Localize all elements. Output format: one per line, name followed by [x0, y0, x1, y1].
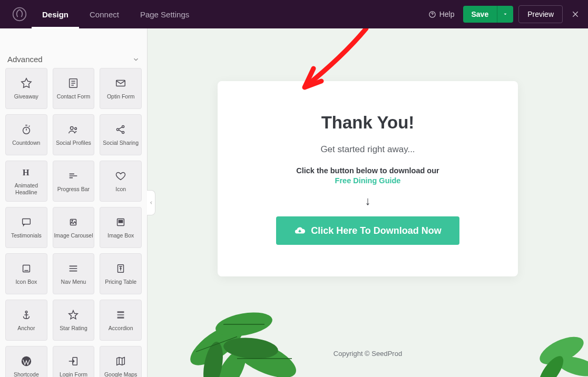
svg-point-5 [23, 127, 30, 134]
block-shortcode[interactable]: Shortcode [5, 346, 47, 377]
block-progress-bar[interactable]: Progress Bar [53, 161, 95, 202]
svg-marker-2 [22, 78, 31, 87]
section-header-label: Advanced [7, 55, 43, 64]
block-giveaway[interactable]: Giveaway [5, 68, 47, 109]
block-label: Testimonials [11, 232, 42, 239]
save-button-group: Save [463, 6, 514, 23]
block-label: Login Form [60, 371, 87, 377]
arrow-down-icon: ↓ [233, 194, 502, 208]
help-label: Help [439, 10, 455, 18]
block-accordion[interactable]: Accordion [100, 300, 142, 341]
preview-button[interactable]: Preview [518, 5, 563, 23]
close-button[interactable] [570, 9, 581, 19]
svg-rect-4 [116, 80, 125, 86]
block-image-box[interactable]: Image Box [100, 207, 142, 248]
block-label: Social Profiles [56, 140, 91, 146]
block-contact-form[interactable]: Contact Form [53, 68, 95, 109]
heart-icon [115, 170, 126, 182]
giveaway-icon [21, 77, 32, 89]
wordpress-icon [21, 355, 32, 367]
stopwatch-icon [21, 124, 32, 135]
svg-point-14 [72, 220, 73, 221]
block-label: Image Carousel [54, 232, 93, 239]
block-pricing-table[interactable]: Pricing Table [100, 253, 142, 294]
subtitle: Get started right away... [233, 144, 502, 155]
anchor-icon [21, 309, 32, 321]
accordion-icon [115, 309, 126, 321]
block-nav-menu[interactable]: Nav Menu [53, 253, 95, 294]
chevron-down-icon [132, 56, 140, 63]
block-label: Icon [115, 186, 126, 193]
envelope-icon [115, 77, 126, 89]
block-social-sharing[interactable]: Social Sharing [100, 114, 142, 155]
block-label: Countdown [12, 140, 40, 146]
preview-label: Preview [527, 10, 554, 18]
block-optin-form[interactable]: Optin Form [100, 68, 142, 109]
carousel-icon [67, 216, 79, 228]
tab-connect[interactable]: Connect [79, 0, 130, 28]
block-animated-headline[interactable]: HAnimated Headline [5, 161, 47, 202]
download-button[interactable]: Click Here To Download Now [276, 216, 459, 245]
save-button[interactable]: Save [463, 6, 497, 23]
svg-point-8 [117, 128, 119, 131]
block-label: Optin Form [107, 93, 135, 100]
chat-icon [21, 216, 32, 228]
block-image-carousel[interactable]: Image Carousel [53, 207, 95, 248]
sidebar-collapse-handle[interactable] [147, 190, 155, 215]
guide-link[interactable]: Free Dining Guide [233, 176, 502, 185]
block-label: Giveaway [14, 93, 38, 100]
help-link[interactable]: Help [428, 10, 455, 18]
block-social-profiles[interactable]: Social Profiles [53, 114, 95, 155]
block-label: Icon Box [15, 279, 37, 285]
block-label: Image Box [107, 232, 134, 239]
block-label: Social Sharing [103, 140, 139, 146]
block-label: Progress Bar [57, 186, 90, 193]
heading-icon: H [21, 166, 32, 178]
menu-icon [67, 263, 79, 274]
block-testimonials[interactable]: Testimonials [5, 207, 47, 248]
block-label: Nav Menu [61, 279, 86, 285]
topbar: Design Connect Page Settings Help Save P… [0, 0, 588, 28]
cloud-download-icon [294, 225, 306, 236]
map-icon [115, 355, 126, 367]
download-button-label: Click Here To Download Now [311, 225, 442, 236]
svg-text:H: H [22, 167, 29, 177]
pricing-icon [115, 263, 126, 274]
progress-icon [67, 170, 79, 182]
chevron-down-icon [503, 12, 508, 17]
section-header-advanced[interactable]: Advanced [0, 49, 147, 68]
svg-rect-17 [23, 265, 30, 272]
block-login-form[interactable]: Login Form [53, 346, 95, 377]
save-label: Save [472, 10, 489, 18]
block-label: Google Maps [104, 371, 137, 377]
copyright-text: Copyright © SeedProd [148, 350, 588, 358]
svg-point-10 [122, 131, 124, 133]
block-label: Star Rating [60, 325, 87, 332]
block-countdown[interactable]: Countdown [5, 114, 47, 155]
app-logo[interactable] [7, 7, 32, 22]
blocks-grid: GiveawayContact FormOptin FormCountdownS… [0, 68, 147, 377]
login-icon [67, 355, 79, 367]
people-icon [67, 124, 79, 135]
help-icon [428, 11, 436, 18]
instruction-text: Click the button below to download our [233, 166, 502, 175]
block-icon-box[interactable]: Icon Box [5, 253, 47, 294]
svg-marker-20 [69, 310, 78, 319]
sidebar: Advanced GiveawayContact FormOptin FormC… [0, 28, 148, 377]
block-icon[interactable]: Icon [100, 161, 142, 202]
svg-point-9 [122, 125, 124, 127]
block-google-maps[interactable]: Google Maps [100, 346, 142, 377]
svg-point-19 [25, 311, 27, 313]
block-anchor[interactable]: Anchor [5, 300, 47, 341]
block-label: Animated Headline [6, 182, 47, 195]
close-icon [571, 10, 580, 18]
tab-page-settings[interactable]: Page Settings [130, 0, 200, 28]
chevron-left-icon [149, 200, 153, 206]
block-star-rating[interactable]: Star Rating [53, 300, 95, 341]
save-dropdown-button[interactable] [497, 6, 513, 23]
svg-rect-16 [119, 220, 122, 223]
block-label: Accordion [109, 325, 133, 332]
block-label: Shortcode [14, 371, 39, 377]
page-title: Thank You! [233, 113, 502, 133]
tab-design[interactable]: Design [32, 0, 79, 28]
